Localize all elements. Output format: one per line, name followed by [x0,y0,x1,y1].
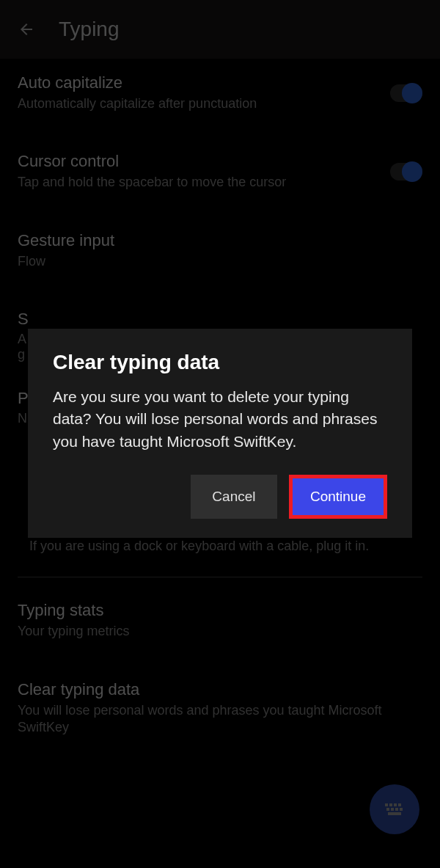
clear-typing-dialog: Clear typing data Are you sure you want … [28,329,412,538]
dialog-buttons: Cancel Continue [53,475,387,519]
dialog-body: Are you sure you want to delete your typ… [53,386,387,453]
dialog-title: Clear typing data [53,351,387,374]
cancel-button[interactable]: Cancel [191,475,277,519]
continue-button[interactable]: Continue [289,475,387,519]
